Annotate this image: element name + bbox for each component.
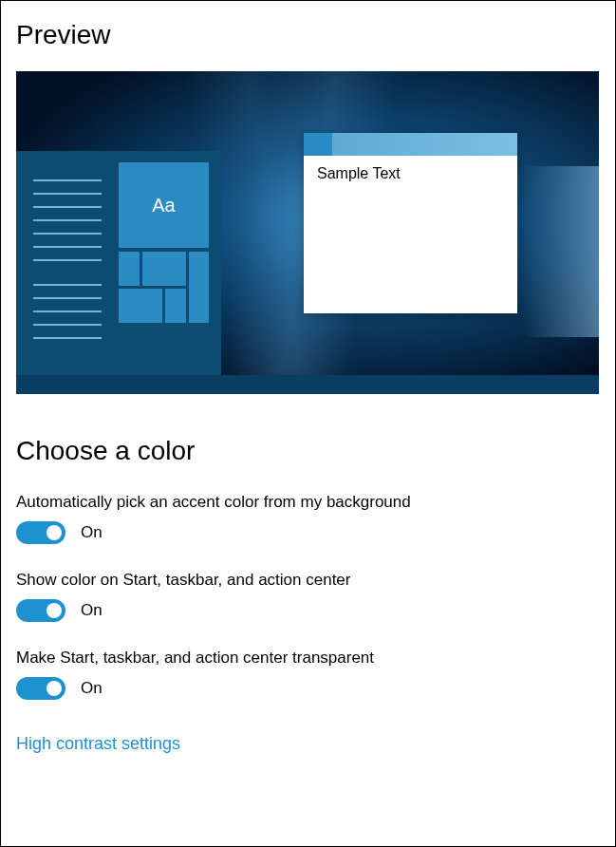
sample-window: Sample Text (304, 133, 517, 313)
toggle-auto-accent[interactable] (16, 521, 65, 544)
setting-auto-accent: Automatically pick an accent color from … (16, 493, 600, 544)
preview-tile-large: Aa (119, 162, 209, 248)
setting-show-color-start: Show color on Start, taskbar, and action… (16, 571, 600, 622)
toggle-state-label: On (81, 601, 103, 620)
toggle-state-label: On (81, 679, 103, 698)
setting-transparent: Make Start, taskbar, and action center t… (16, 649, 600, 700)
preview-heading: Preview (16, 20, 600, 50)
start-menu-preview: Aa (16, 151, 221, 375)
choose-color-heading: Choose a color (16, 436, 600, 466)
sample-window-titlebar (304, 133, 517, 156)
preview-thumbnail: Aa Sample Text (16, 71, 599, 394)
setting-label: Show color on Start, taskbar, and action… (16, 571, 600, 590)
toggle-show-color-start[interactable] (16, 599, 65, 622)
high-contrast-link[interactable]: High contrast settings (16, 734, 180, 754)
setting-label: Automatically pick an accent color from … (16, 493, 600, 512)
toggle-transparent[interactable] (16, 677, 65, 700)
sample-window-text: Sample Text (304, 156, 517, 192)
taskbar-preview (16, 375, 599, 394)
setting-label: Make Start, taskbar, and action center t… (16, 649, 600, 668)
toggle-state-label: On (81, 523, 103, 542)
